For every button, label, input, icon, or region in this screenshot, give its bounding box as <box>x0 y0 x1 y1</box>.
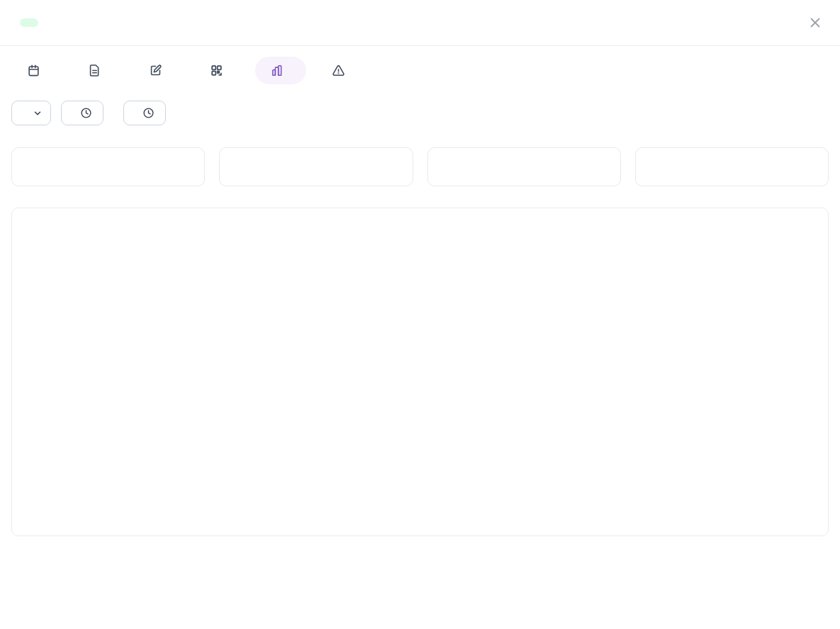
panel-header <box>0 0 840 46</box>
tab-error-reports[interactable] <box>316 57 367 84</box>
utilization-chart-card <box>11 208 829 536</box>
end-time-input[interactable] <box>123 101 166 125</box>
tab-qr-code[interactable] <box>194 57 245 84</box>
tab-calendar[interactable] <box>11 57 62 84</box>
tab-notes[interactable] <box>133 57 184 84</box>
utilization-line-chart <box>23 238 817 521</box>
close-button[interactable] <box>805 12 826 33</box>
stat-card-avg-per-day <box>635 147 829 186</box>
tab-details[interactable] <box>72 57 123 84</box>
clock-icon <box>80 107 92 119</box>
warning-triangle-icon <box>332 64 345 77</box>
qr-code-icon <box>210 64 223 77</box>
stat-card-bookings <box>11 147 205 186</box>
bar-chart-icon <box>271 64 284 77</box>
document-icon <box>88 64 101 77</box>
tab-bar <box>0 46 840 84</box>
stat-card-avg-duration <box>219 147 413 186</box>
start-time-input[interactable] <box>61 101 103 125</box>
close-icon <box>807 15 823 30</box>
filter-bar <box>0 84 840 125</box>
date-range-select[interactable] <box>11 101 51 125</box>
stat-card-days-with-bookings <box>427 147 621 186</box>
pencil-square-icon <box>149 64 162 77</box>
calendar-icon <box>27 64 40 77</box>
stats-row <box>0 125 840 186</box>
status-badge <box>20 18 38 27</box>
clock-icon <box>142 107 155 119</box>
tab-statistics[interactable] <box>255 57 306 84</box>
